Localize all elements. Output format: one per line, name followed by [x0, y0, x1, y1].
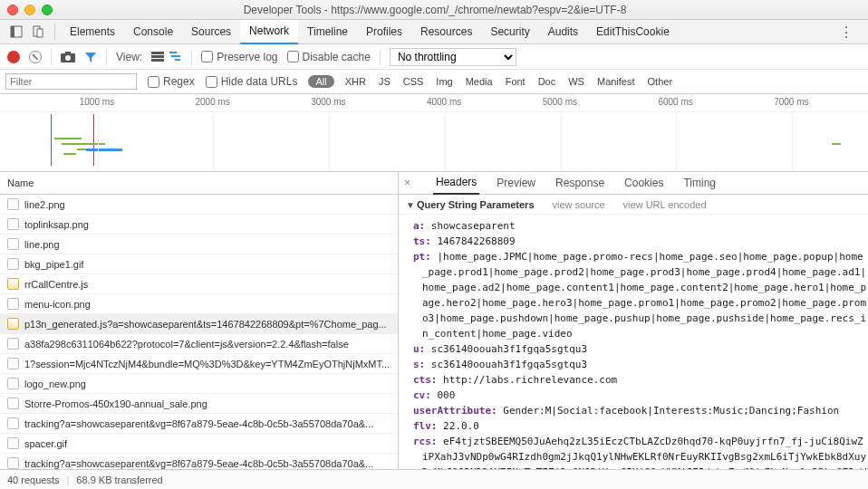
request-row[interactable]: a38fa298c6311064b622?protocol=7&client=j…	[0, 334, 398, 354]
capture-screenshots-icon[interactable]	[61, 52, 75, 62]
svg-rect-11	[171, 55, 180, 57]
file-icon	[7, 238, 19, 250]
file-icon	[7, 417, 19, 429]
tab-editthiscookie[interactable]: EditThisCookie	[587, 20, 679, 44]
tab-console[interactable]: Console	[124, 20, 182, 44]
filter-type-img[interactable]: Img	[436, 76, 452, 87]
more-menu-icon[interactable]: ⋮	[830, 24, 863, 41]
timeline-overview[interactable]: 1000 ms2000 ms3000 ms4000 ms5000 ms6000 …	[0, 94, 868, 172]
request-row[interactable]: logo_new.png	[0, 374, 398, 394]
timeline-tick: 6000 ms	[658, 97, 692, 107]
tab-sources[interactable]: Sources	[182, 20, 240, 44]
view-source-link[interactable]: view source	[553, 199, 605, 210]
timeline-tick: 3000 ms	[311, 97, 345, 107]
file-icon	[7, 298, 19, 310]
detail-tab-response[interactable]: Response	[553, 172, 607, 195]
filter-bar: Regex Hide data URLs All XHRJSCSSImgMedi…	[0, 70, 868, 94]
query-param: s: sc36140oouah3f1fgqa5sgtqu3	[413, 357, 868, 372]
request-row[interactable]: menu-icon.png	[0, 294, 398, 314]
device-toolbar-icon[interactable]	[27, 21, 49, 43]
disable-cache-checkbox[interactable]: Disable cache	[287, 51, 371, 63]
request-name: toplinksap.png	[24, 219, 89, 230]
clear-button[interactable]	[29, 51, 42, 63]
dock-side-icon[interactable]	[5, 21, 27, 43]
timeline-tick: 7000 ms	[774, 97, 808, 107]
tab-network[interactable]: Network	[240, 20, 298, 44]
hide-data-urls-checkbox[interactable]: Hide data URLs	[206, 75, 298, 88]
request-name: line.png	[24, 239, 60, 250]
tab-profiles[interactable]: Profiles	[357, 20, 411, 44]
request-name: a38fa298c6311064b622?protocol=7&client=j…	[24, 339, 349, 350]
timeline-tick: 4000 ms	[427, 97, 461, 107]
detail-tab-cookies[interactable]: Cookies	[622, 172, 666, 195]
query-param: u: sc36140oouah3f1fgqa5sgtqu3	[413, 341, 868, 357]
tab-security[interactable]: Security	[481, 20, 538, 44]
filter-type-doc[interactable]: Doc	[538, 76, 556, 87]
svg-rect-8	[151, 55, 164, 58]
svg-point-6	[65, 55, 71, 61]
request-row[interactable]: bkg_pipe1.gif	[0, 254, 398, 274]
file-icon	[7, 278, 19, 290]
query-param: ts: 1467842268809	[413, 234, 868, 249]
throttling-select[interactable]: No throttling	[390, 48, 516, 66]
detail-tab-timing[interactable]: Timing	[680, 172, 719, 195]
tab-elements[interactable]: Elements	[61, 20, 124, 44]
request-list-panel: Name line2.pngtoplinksap.pngline.pngbkg_…	[0, 172, 399, 469]
request-detail-panel: × HeadersPreviewResponseCookiesTiming ▼Q…	[399, 172, 868, 469]
request-name: spacer.gif	[24, 438, 67, 449]
request-name: menu-icon.png	[24, 299, 91, 310]
query-param: userAttribute: Gender:M|Social:facebook|…	[413, 403, 868, 418]
request-name: rrCallCentre.js	[24, 279, 88, 290]
query-param: cts: http://labs.richrelevance.com	[413, 372, 868, 388]
filter-type-css[interactable]: CSS	[403, 76, 424, 87]
filter-icon[interactable]	[84, 51, 97, 63]
filter-type-other[interactable]: Other	[648, 76, 673, 87]
status-bar: 40 requests | 68.9 KB transferred	[0, 469, 868, 489]
request-row[interactable]: 1?session=Mjc4NTczNjM4&bundle=MQ%3D%3D&k…	[0, 354, 398, 374]
request-name: p13n_generated.js?a=showcaseparent&ts=14…	[24, 319, 387, 330]
request-name: bkg_pipe1.gif	[24, 259, 83, 270]
request-row[interactable]: tracking?a=showcaseparent&vg=8f67a879-5e…	[0, 454, 398, 469]
window-maximize-button[interactable]	[42, 5, 53, 15]
filter-type-ws[interactable]: WS	[568, 76, 584, 87]
request-row[interactable]: p13n_generated.js?a=showcaseparent&ts=14…	[0, 314, 398, 334]
file-icon	[7, 318, 19, 330]
request-row[interactable]: toplinksap.png	[0, 215, 398, 235]
request-row[interactable]: tracking?a=showcaseparent&vg=8f67a879-5e…	[0, 414, 398, 434]
tab-timeline[interactable]: Timeline	[298, 20, 357, 44]
window-close-button[interactable]	[7, 5, 18, 15]
request-list-header[interactable]: Name	[0, 172, 398, 195]
file-icon	[7, 437, 19, 449]
filter-type-all[interactable]: All	[308, 75, 333, 88]
view-url-encoded-link[interactable]: view URL encoded	[623, 199, 707, 210]
detail-tab-preview[interactable]: Preview	[494, 172, 538, 195]
svg-rect-3	[37, 29, 43, 37]
tab-audits[interactable]: Audits	[539, 20, 587, 44]
request-row[interactable]: Storre-Promos-450x190-annual_sale.png	[0, 394, 398, 414]
file-icon	[7, 338, 19, 350]
query-params-heading[interactable]: Query String Parameters	[417, 199, 535, 210]
filter-type-font[interactable]: Font	[506, 76, 526, 87]
waterfall-view-icon[interactable]	[169, 52, 182, 62]
filter-input[interactable]	[5, 73, 137, 90]
tab-resources[interactable]: Resources	[411, 20, 481, 44]
filter-type-media[interactable]: Media	[466, 76, 493, 87]
regex-checkbox[interactable]: Regex	[148, 75, 195, 88]
request-name: 1?session=Mjc4NTczNjM4&bundle=MQ%3D%3D&k…	[24, 359, 390, 369]
query-param: cv: 000	[413, 388, 868, 403]
large-rows-icon[interactable]	[151, 52, 164, 62]
filter-type-js[interactable]: JS	[379, 76, 391, 87]
request-row[interactable]: rrCallCentre.js	[0, 274, 398, 294]
request-row[interactable]: line.png	[0, 235, 398, 254]
request-row[interactable]: spacer.gif	[0, 434, 398, 454]
request-row[interactable]: line2.png	[0, 195, 398, 215]
detail-tab-headers[interactable]: Headers	[433, 172, 479, 195]
filter-type-manifest[interactable]: Manifest	[597, 76, 635, 87]
close-detail-icon[interactable]: ×	[404, 177, 419, 189]
record-button[interactable]	[7, 51, 20, 63]
svg-rect-5	[65, 52, 71, 54]
window-minimize-button[interactable]	[24, 5, 35, 15]
filter-type-xhr[interactable]: XHR	[345, 76, 366, 87]
preserve-log-checkbox[interactable]: Preserve log	[201, 51, 277, 63]
file-icon	[7, 378, 19, 389]
